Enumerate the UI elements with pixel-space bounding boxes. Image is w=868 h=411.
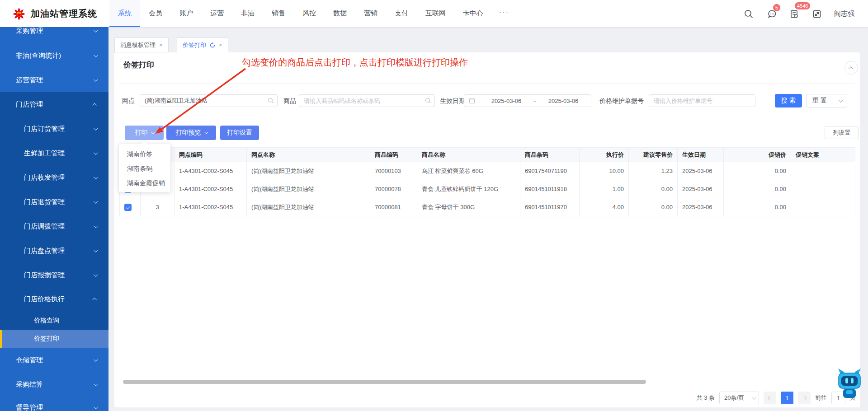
prev-page-button[interactable] — [764, 392, 776, 404]
table-row: 21-A4301-C002-S045(简)湖南益阳卫龙加油站70000078青食… — [120, 180, 855, 198]
print-button[interactable]: 打印 — [125, 126, 164, 140]
tab-消息模板管理[interactable]: 消息模板管理× — [114, 37, 169, 52]
sidebar-item-门店管理[interactable]: 门店管理 — [0, 92, 108, 117]
sidebar-item-价格查询[interactable]: 价格查询 — [0, 312, 108, 330]
cell-skuName: 乌江 榨菜鲜爽菜芯 60G — [417, 162, 520, 180]
print-menu-item-湖南金霞促销[interactable]: 湖南金霞促销 — [119, 176, 170, 190]
sidebar-item-label: 门店退货管理 — [0, 198, 65, 206]
nav-item-互联网[interactable]: 互联网 — [417, 0, 454, 27]
nav-item-运营[interactable]: 运营 — [202, 0, 232, 27]
column-settings-button[interactable]: 列设置 — [825, 126, 859, 139]
doc-number-input[interactable] — [649, 94, 755, 107]
chevron-down-icon — [204, 130, 208, 134]
date-to[interactable]: 2025-03-06 — [536, 98, 591, 104]
column-header-网点编码: 网点编码 — [175, 148, 247, 162]
cell-barcode: 6901754071190 — [520, 162, 580, 180]
cell-skuCode: 70000081 — [370, 198, 417, 216]
reset-button[interactable]: 重 置 — [806, 94, 847, 107]
cell-retailPrice: 1.23 — [629, 162, 678, 180]
current-page[interactable]: 1 — [781, 392, 793, 404]
chevron-down-icon — [94, 224, 98, 228]
chevron-down-icon — [94, 126, 98, 131]
print-label: 打印 — [135, 129, 148, 137]
print-menu-item-湖南价签[interactable]: 湖南价签 — [119, 147, 170, 161]
sidebar-item-生鲜加工管理[interactable]: 生鲜加工管理 — [0, 141, 108, 165]
chevron-down-icon — [752, 395, 756, 400]
sidebar-item-采购管理[interactable]: 采购管理 — [0, 27, 108, 43]
nav-item-账户[interactable]: 账户 — [171, 0, 202, 27]
nav-item-风控[interactable]: 风控 — [294, 0, 325, 27]
assistant-robot-icon[interactable] — [837, 369, 862, 400]
print-menu-item-湖南条码[interactable]: 湖南条码 — [119, 161, 170, 176]
print-settings-label: 打印设置 — [227, 129, 252, 137]
nav-item-支付[interactable]: 支付 — [386, 0, 417, 27]
date-from[interactable]: 2025-03-06 — [479, 98, 534, 104]
sidebar-item-门店盘点管理[interactable]: 门店盘点管理 — [0, 238, 108, 263]
refresh-icon[interactable] — [210, 42, 215, 48]
table-row: 11-A4301-C002-S045(简)湖南益阳卫龙加油站70000103乌江… — [120, 162, 855, 180]
sidebar-item-label: 价格查询 — [0, 317, 59, 325]
tab-label: 消息模板管理 — [120, 41, 156, 49]
nav-item-系统[interactable]: 系统 — [109, 0, 140, 27]
nav-item-营销[interactable]: 营销 — [355, 0, 386, 27]
horizontal-scrollbar[interactable] — [123, 380, 646, 384]
page-size-select[interactable]: 20条/页 — [719, 392, 759, 404]
goto-label: 前往 — [815, 394, 827, 402]
chevron-down-icon — [94, 357, 98, 362]
search-icon[interactable] — [744, 9, 754, 19]
date-range-picker[interactable]: 2025-03-06 - 2025-03-06 — [464, 94, 591, 107]
chevron-left-icon — [768, 396, 772, 400]
sidebar-item-非油(查询统计)[interactable]: 非油(查询统计) — [0, 43, 108, 68]
print-settings-button[interactable]: 打印设置 — [220, 126, 259, 140]
sidebar-item-门店订货管理[interactable]: 门店订货管理 — [0, 117, 108, 141]
collapse-filter-button[interactable] — [844, 61, 858, 75]
nav-item-非油[interactable]: 非油 — [232, 0, 263, 27]
cell-siteCode: 1-A4301-C002-S045 — [175, 180, 247, 198]
sidebar-menu: 采购管理非油(查询统计)运营管理门店管理门店订货管理生鲜加工管理门店收发管理门店… — [0, 27, 108, 411]
chevron-down-icon — [838, 98, 843, 103]
nav-item-销售[interactable]: 销售 — [263, 0, 294, 27]
next-page-button[interactable] — [798, 392, 811, 404]
search-button[interactable]: 搜 索 — [775, 94, 802, 107]
sidebar-item-价签打印[interactable]: 价签打印 — [0, 330, 108, 348]
product-input[interactable] — [299, 94, 435, 107]
sidebar-item-label: 采购管理 — [0, 27, 43, 35]
sidebar-item-门店收发管理[interactable]: 门店收发管理 — [0, 165, 108, 190]
nav-item-会员[interactable]: 会员 — [140, 0, 171, 27]
close-icon[interactable]: × — [159, 42, 163, 48]
sidebar-item-门店调拨管理[interactable]: 门店调拨管理 — [0, 214, 108, 238]
sidebar-item-门店报损管理[interactable]: 门店报损管理 — [0, 263, 108, 287]
cell-skuCode: 70000078 — [370, 180, 417, 198]
current-user[interactable]: 阎志强 — [834, 0, 854, 27]
sidebar-item-label: 门店价格执行 — [0, 295, 65, 304]
sidebar-item-运营管理[interactable]: 运营管理 — [0, 68, 108, 92]
message-badge: 5 — [773, 4, 780, 11]
nav-more-icon[interactable]: ··· — [492, 0, 516, 27]
cell-skuName: 青食 字母饼干 300G — [417, 198, 520, 216]
sidebar-item-采购结算[interactable]: 采购结算 — [0, 372, 108, 397]
cell-barcode: 6901451011918 — [520, 180, 580, 198]
row-checkbox[interactable] — [124, 204, 132, 211]
sidebar-item-督导管理[interactable]: 督导管理 — [0, 395, 108, 411]
cell-promoText — [791, 198, 855, 216]
tab-label: 价签打印 — [183, 41, 206, 49]
reset-more-toggle[interactable] — [833, 99, 847, 103]
site-input[interactable] — [140, 94, 278, 107]
print-preview-button[interactable]: 打印预览 — [166, 126, 216, 140]
cell-promoPrice: 0.00 — [724, 180, 791, 198]
site-search-icon — [268, 98, 274, 104]
close-icon[interactable]: × — [219, 42, 222, 48]
product-search-icon — [425, 98, 431, 104]
nav-item-数据[interactable]: 数据 — [325, 0, 355, 27]
task-list-icon[interactable] — [789, 9, 799, 19]
nav-item-卡中心[interactable]: 卡中心 — [454, 0, 492, 27]
sidebar-item-门店退货管理[interactable]: 门店退货管理 — [0, 190, 108, 214]
cell-siteCode: 1-A4301-C002-S045 — [175, 162, 247, 180]
tab-价签打印[interactable]: 价签打印× — [177, 37, 228, 52]
sidebar-item-门店价格执行[interactable]: 门店价格执行 — [0, 287, 108, 311]
fullscreen-icon[interactable] — [812, 9, 822, 19]
chevron-down-icon — [94, 199, 98, 204]
sidebar-item-仓储管理[interactable]: 仓储管理 — [0, 348, 108, 372]
calendar-icon — [469, 98, 475, 104]
brand: 加油站管理系统 — [12, 0, 97, 27]
